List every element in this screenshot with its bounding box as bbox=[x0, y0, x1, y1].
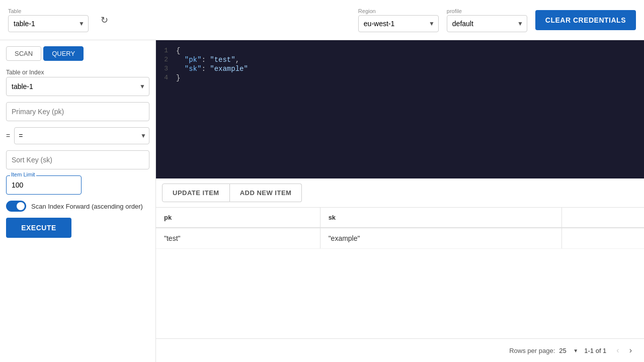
cell-extra bbox=[562, 228, 644, 249]
item-limit-float-label: Item Limit bbox=[10, 171, 36, 177]
scan-tab[interactable]: SCAN bbox=[6, 46, 41, 61]
table-row[interactable]: "test" "example" bbox=[156, 228, 644, 249]
operator-select[interactable]: = < <= > >= begins_with between bbox=[14, 127, 149, 144]
rows-per-page-label: Rows per page: bbox=[509, 347, 555, 354]
rows-per-page-section: Rows per page: 25 50 100 ▼ bbox=[509, 347, 578, 354]
rows-per-page-select[interactable]: 25 50 100 bbox=[559, 347, 578, 354]
code-line-3: 3 "sk": "example" bbox=[156, 64, 644, 73]
table-index-select-wrapper: table-1 ▼ bbox=[6, 77, 149, 96]
tab-row: SCAN QUERY bbox=[6, 46, 149, 61]
prev-page-button[interactable]: ‹ bbox=[612, 344, 623, 357]
code-editor[interactable]: 1 { 2 "pk": "test", 3 "sk": "example" 4 … bbox=[156, 40, 644, 178]
region-label: Region bbox=[358, 8, 439, 14]
region-section: Region eu-west-1 us-east-1 us-west-2 ▼ bbox=[358, 8, 439, 32]
code-line-2: 2 "pk": "test", bbox=[156, 55, 644, 64]
table-header-row: pk sk bbox=[156, 208, 644, 228]
sidebar: SCAN QUERY Table or Index table-1 ▼ = = … bbox=[0, 40, 156, 362]
next-page-button[interactable]: › bbox=[625, 344, 636, 357]
refresh-button[interactable]: ↻ bbox=[97, 11, 112, 30]
profile-select-wrapper: default ▼ bbox=[447, 15, 527, 32]
rows-select-wrapper: 25 50 100 ▼ bbox=[559, 347, 578, 354]
update-item-button[interactable]: UPDATE ITEM bbox=[162, 184, 230, 202]
clear-credentials-button[interactable]: CLEAR CREDENTIALS bbox=[535, 10, 636, 30]
action-row: UPDATE ITEM ADD NEW ITEM bbox=[156, 178, 644, 208]
scan-forward-toggle[interactable] bbox=[6, 201, 26, 212]
refresh-icon: ↻ bbox=[101, 15, 108, 26]
col-pk: pk bbox=[156, 208, 320, 228]
col-extra bbox=[562, 208, 644, 228]
region-select-wrapper: eu-west-1 us-east-1 us-west-2 ▼ bbox=[358, 15, 439, 32]
profile-select[interactable]: default bbox=[447, 15, 527, 32]
results-table-container[interactable]: pk sk "test" "example" bbox=[156, 208, 644, 338]
code-line-4: 4 } bbox=[156, 73, 644, 82]
line-num-2: 2 bbox=[156, 56, 176, 63]
pagination-nav: ‹ › bbox=[612, 344, 636, 357]
profile-section: profile default ▼ bbox=[447, 8, 527, 32]
main-layout: SCAN QUERY Table or Index table-1 ▼ = = … bbox=[0, 40, 644, 362]
table-select-wrapper: table-1 ▼ bbox=[8, 15, 89, 32]
table-index-section: Table or Index table-1 ▼ bbox=[6, 69, 149, 96]
topbar: Table table-1 ▼ ↻ Region eu-west-1 us-ea… bbox=[0, 0, 644, 40]
region-select[interactable]: eu-west-1 us-east-1 us-west-2 bbox=[358, 15, 439, 32]
code-brace-close: } bbox=[176, 74, 180, 82]
table-section: Table table-1 ▼ bbox=[8, 8, 89, 32]
operator-equals-label: = bbox=[6, 132, 10, 140]
code-sk: "sk": "example" bbox=[176, 65, 248, 73]
table-label: Table bbox=[8, 8, 89, 14]
scan-forward-label: Scan Index Forward (ascending order) bbox=[31, 203, 143, 210]
pagination-info: 1-1 of 1 bbox=[584, 347, 606, 354]
profile-label: profile bbox=[447, 8, 527, 14]
code-line-1: 1 { bbox=[156, 46, 644, 55]
table-select[interactable]: table-1 bbox=[8, 15, 89, 32]
sort-key-input[interactable] bbox=[6, 150, 149, 169]
execute-button[interactable]: EXECUTE bbox=[6, 218, 71, 238]
primary-key-input[interactable] bbox=[6, 102, 149, 121]
add-new-item-button[interactable]: ADD NEW ITEM bbox=[230, 184, 302, 202]
item-limit-wrapper: Item Limit bbox=[6, 175, 149, 195]
results-table: pk sk "test" "example" bbox=[156, 208, 644, 249]
operator-row: = = < <= > >= begins_with between ▼ bbox=[6, 127, 149, 144]
query-tab[interactable]: QUERY bbox=[43, 46, 84, 61]
line-num-4: 4 bbox=[156, 74, 176, 81]
right-panel: 1 { 2 "pk": "test", 3 "sk": "example" 4 … bbox=[156, 40, 644, 362]
toggle-slider bbox=[6, 201, 26, 212]
table-index-select[interactable]: table-1 bbox=[6, 77, 149, 96]
code-brace-open: { bbox=[176, 47, 180, 55]
pagination: Rows per page: 25 50 100 ▼ 1-1 of 1 ‹ › bbox=[156, 338, 644, 362]
line-num-3: 3 bbox=[156, 65, 176, 72]
code-pk: "pk": "test", bbox=[176, 56, 239, 64]
line-num-1: 1 bbox=[156, 47, 176, 54]
col-sk: sk bbox=[320, 208, 562, 228]
cell-sk: "example" bbox=[320, 228, 562, 249]
operator-select-wrapper: = < <= > >= begins_with between ▼ bbox=[14, 127, 149, 144]
cell-pk: "test" bbox=[156, 228, 320, 249]
table-index-label: Table or Index bbox=[6, 69, 149, 76]
scan-forward-row: Scan Index Forward (ascending order) bbox=[6, 201, 149, 212]
item-limit-input[interactable] bbox=[6, 175, 82, 195]
